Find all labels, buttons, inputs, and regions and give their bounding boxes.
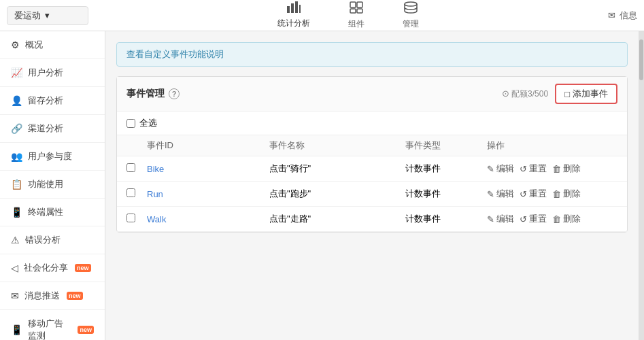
- social-icon: ◁: [11, 262, 18, 273]
- sidebar-item-channel[interactable]: 🔗 渠道分析: [0, 115, 105, 143]
- col-headers: 事件ID 事件名称 事件类型 操作: [117, 135, 627, 156]
- delete-run-button[interactable]: 🗑 删除: [552, 188, 581, 200]
- svg-point-8: [405, 2, 417, 6]
- event-id-walk[interactable]: Walk: [147, 214, 269, 224]
- scrollbar-strip: [639, 31, 644, 340]
- select-all-checkbox[interactable]: [126, 119, 135, 128]
- delete-label: 删除: [563, 213, 581, 225]
- event-name-walk: 点击"走路": [269, 213, 405, 225]
- delete-bike-button[interactable]: 🗑 删除: [552, 163, 581, 175]
- svg-rect-5: [357, 2, 362, 7]
- nav-stats[interactable]: 统计分析: [272, 0, 316, 33]
- nav-message[interactable]: ✉ 信息: [608, 10, 637, 22]
- reset-icon: ↺: [520, 164, 527, 174]
- event-type-run: 计数事件: [405, 188, 487, 200]
- panel-title: 事件管理 ?: [126, 88, 180, 100]
- sidebar-label-channel: 渠道分析: [28, 122, 63, 135]
- stats-icon: [286, 1, 301, 16]
- panel-header: 事件管理 ? ⊙ 配额3/500 □ 添加事件: [117, 77, 627, 112]
- help-icon[interactable]: ?: [169, 88, 180, 99]
- sidebar-label-engagement: 用户参与度: [28, 150, 72, 163]
- edit-icon: ✎: [487, 189, 494, 199]
- add-event-icon: □: [564, 89, 570, 99]
- svg-rect-7: [357, 9, 362, 13]
- row-checkbox-bike[interactable]: [126, 163, 147, 174]
- action-group-run: ✎ 编辑 ↺ 重置 🗑 删除: [487, 188, 623, 200]
- col-actions-header: 操作: [487, 139, 623, 152]
- reset-label: 重置: [529, 163, 547, 175]
- nav-components[interactable]: 组件: [343, 0, 370, 33]
- event-type-walk: 计数事件: [405, 213, 487, 225]
- delete-icon: 🗑: [552, 214, 561, 224]
- reset-icon: ↺: [520, 189, 527, 199]
- svg-rect-1: [291, 3, 294, 13]
- delete-label: 删除: [563, 163, 581, 175]
- edit-label: 编辑: [496, 163, 514, 175]
- user-analysis-icon: 📈: [11, 67, 22, 78]
- scroll-handle[interactable]: [639, 39, 643, 80]
- reset-bike-button[interactable]: ↺ 重置: [520, 163, 547, 175]
- svg-rect-6: [350, 9, 356, 13]
- col-type-header: 事件类型: [405, 139, 487, 152]
- sidebar-item-errors[interactable]: ⚠ 错误分析: [0, 226, 105, 254]
- components-label: 组件: [348, 18, 365, 30]
- delete-walk-button[interactable]: 🗑 删除: [552, 213, 581, 225]
- sidebar-item-engagement[interactable]: 👥 用户参与度: [0, 143, 105, 171]
- table-area: 全选 事件ID 事件名称 事件类型 操作 Bike 点击"骑行" 计数事件: [117, 112, 627, 232]
- sidebar-item-ads[interactable]: 📱 移动广告监测 new: [0, 310, 105, 340]
- svg-rect-0: [287, 6, 290, 13]
- info-bar[interactable]: 查看自定义事件功能说明: [116, 42, 628, 67]
- edit-bike-button[interactable]: ✎ 编辑: [487, 163, 514, 175]
- sidebar-item-overview[interactable]: ⚙ 概况: [0, 31, 105, 59]
- sidebar-label-push: 消息推送: [24, 290, 60, 302]
- row-checkbox-walk[interactable]: [126, 214, 147, 224]
- engagement-icon: 👥: [11, 151, 22, 162]
- quota-icon: ⊙: [502, 88, 509, 99]
- sidebar-item-features[interactable]: 📋 功能使用: [0, 171, 105, 199]
- event-id-run[interactable]: Run: [147, 189, 269, 199]
- edit-icon: ✎: [487, 164, 494, 174]
- sidebar-item-user-analysis[interactable]: 📈 用户分析: [0, 59, 105, 87]
- event-name-bike: 点击"骑行": [269, 163, 405, 175]
- edit-walk-button[interactable]: ✎ 编辑: [487, 213, 514, 225]
- add-event-button[interactable]: □ 添加事件: [555, 84, 617, 104]
- col-checkbox-header: [126, 139, 147, 152]
- device-icon: 📱: [11, 207, 22, 218]
- event-name-run: 点击"跑步": [269, 188, 405, 200]
- reset-run-button[interactable]: ↺ 重置: [520, 188, 547, 200]
- sidebar-label-retention: 留存分析: [28, 95, 63, 107]
- message-label: 信息: [620, 10, 637, 22]
- row-checkbox-run[interactable]: [126, 188, 147, 199]
- sidebar-item-device[interactable]: 📱 终端属性: [0, 199, 105, 226]
- sidebar-item-social[interactable]: ◁ 社会化分享 new: [0, 254, 105, 282]
- retention-icon: 👤: [11, 95, 22, 106]
- push-icon: ✉: [11, 290, 19, 301]
- dropdown-icon: ▾: [45, 10, 50, 20]
- panel-header-right: ⊙ 配额3/500 □ 添加事件: [502, 84, 617, 104]
- sidebar-item-push[interactable]: ✉ 消息推送 new: [0, 282, 105, 310]
- ads-icon: 📱: [11, 324, 22, 335]
- table-row: Run 点击"跑步" 计数事件 ✎ 编辑 ↺ 重置 🗑: [117, 182, 627, 207]
- sidebar-label-ads: 移动广告监测: [28, 318, 71, 340]
- action-group-walk: ✎ 编辑 ↺ 重置 🗑 删除: [487, 213, 623, 225]
- edit-label: 编辑: [496, 188, 514, 200]
- sidebar-item-retention[interactable]: 👤 留存分析: [0, 87, 105, 115]
- overview-icon: ⚙: [11, 39, 20, 50]
- main-content: 查看自定义事件功能说明 事件管理 ? ⊙ 配额3/500 □ 添加事件: [105, 31, 639, 340]
- nav-center: 统计分析 组件 管理: [88, 0, 608, 33]
- stats-label: 统计分析: [277, 18, 310, 29]
- app-selector[interactable]: 爱运动 ▾: [7, 6, 88, 25]
- reset-walk-button[interactable]: ↺ 重置: [520, 213, 547, 225]
- edit-run-button[interactable]: ✎ 编辑: [487, 188, 514, 200]
- reset-label: 重置: [529, 188, 547, 200]
- sidebar-label-features: 功能使用: [28, 178, 63, 190]
- sidebar-label-user-analysis: 用户分析: [28, 67, 63, 79]
- message-icon: ✉: [608, 10, 615, 20]
- reset-label: 重置: [529, 213, 547, 225]
- svg-rect-2: [295, 1, 298, 13]
- svg-rect-4: [350, 2, 356, 7]
- sidebar-label-errors: 错误分析: [25, 234, 61, 246]
- nav-manage[interactable]: 管理: [397, 0, 424, 33]
- event-id-bike[interactable]: Bike: [147, 164, 269, 174]
- manage-label: 管理: [403, 18, 419, 30]
